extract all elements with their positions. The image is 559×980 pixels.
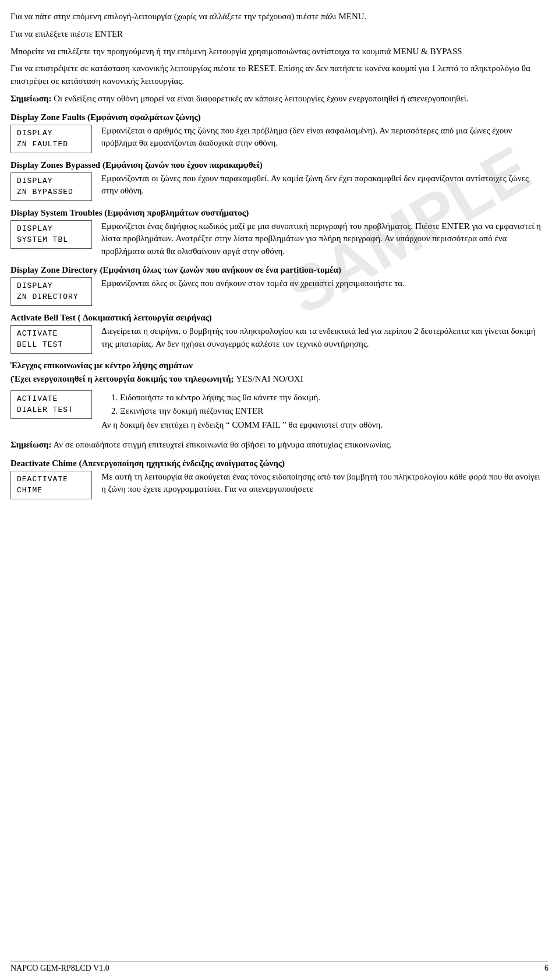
intro-line3: Μπορείτε να επιλέξετε την προηγούμενη ή … [10,45,545,58]
display-zone-directory-section: Display Zone Directory (Εμφάνιση όλως τω… [10,265,545,306]
elegchos-section: Έλεγχος επικοινωνίας με κέντρο λήψης σημ… [10,361,545,432]
intro-note: Σημείωση: Οι ενδείξεις στην οθόνη μπορεί… [10,93,545,105]
footer-right: 6 [544,964,549,973]
deactivate-chime-row: DEACTIVATE CHIME Με αυτή τη λειτουργία θ… [10,471,545,499]
simeiosi2-section: Σημείωση: Αν σε οποιαδήποτε στιγμή επιτε… [10,439,545,452]
elegchos-step2: Ξεκινήστε την δοκιμή πιέζοντας ENTER [120,405,545,418]
activate-bell-test-row: ACTIVATE BELL TEST Διεγείρεται η σειρήνα… [10,325,545,354]
elegchos-row: ACTIVATE DIALER TEST Ειδοποιήστε το κέντ… [10,390,545,432]
display-system-troubles-desc: Εμφανίζεται ένας διψήφιος κωδικός μαζί μ… [101,220,545,258]
display-zone-faults-box: DISPLAY ZN FAULTED [10,125,92,153]
elegchos-step3: Αν η δοκιμή δεν επιτύχει η ένδειξη “ COM… [101,419,545,432]
display-zones-bypassed-desc: Εμφανίζονται οι ζώνες που έχουν παρακαμφ… [101,172,545,198]
display-zones-bypassed-row: DISPLAY ZN BYPASSED Εμφανίζονται οι ζώνε… [10,172,545,201]
deactivate-chime-section: Deactivate Chime (Απενεργοποίηση ηχητική… [10,459,545,499]
display-zone-faults-title: Display Zone Faults (Εμφάνιση σφαλμάτων … [10,112,545,122]
activate-bell-test-box: ACTIVATE BELL TEST [10,325,92,354]
activate-bell-test-desc: Διεγείρεται η σειρήνα, ο βομβητής του πλ… [101,325,545,351]
deactivate-chime-desc: Με αυτή τη λειτουργία θα ακούγεται ένας … [101,471,545,496]
display-zone-faults-desc: Εμφανίζεται ο αριθμός της ζώνης που έχει… [101,125,545,150]
footer-left: NAPCO GEM-RP8LCD V1.0 [10,964,109,973]
intro-block: Για να πάτε στην επόμενη επιλογή-λειτουρ… [10,10,545,105]
display-zone-directory-row: DISPLAY ZN DIRECTORY Εμφανίζονται όλες ο… [10,277,545,306]
simeiosi2-text: Σημείωση: Αν σε οποιαδήποτε στιγμή επιτε… [10,439,545,452]
display-zone-faults-row: DISPLAY ZN FAULTED Εμφανίζεται ο αριθμός… [10,125,545,153]
display-zone-faults-section: Display Zone Faults (Εμφάνιση σφαλμάτων … [10,112,545,153]
display-zones-bypassed-section: Display Zones Bypassed (Εμφάνιση ζωνών π… [10,160,545,201]
intro-line2: Για να επιλέξετε πιέστε ENTER [10,28,545,41]
elegchos-desc: Ειδοποιήστε το κέντρο λήψης πως θα κάνετ… [101,390,545,432]
elegchos-step1: Ειδοποιήστε το κέντρο λήψης πως θα κάνετ… [120,392,545,404]
note-label: Σημείωση: [10,94,52,103]
display-zones-bypassed-title: Display Zones Bypassed (Εμφάνιση ζωνών π… [10,160,545,170]
display-system-troubles-title: Display System Troubles (Εμφάνιση προβλη… [10,208,545,218]
display-zone-directory-title: Display Zone Directory (Εμφάνιση όλως τω… [10,265,545,275]
activate-bell-test-title: Activate Bell Test ( Δοκιμαστική λειτουρ… [10,313,545,323]
display-zone-directory-desc: Εμφανίζονται όλες οι ζώνες που ανήκουν σ… [101,277,545,290]
display-zones-bypassed-box: DISPLAY ZN BYPASSED [10,172,92,201]
display-system-troubles-row: DISPLAY SYSTEM TBL Εμφανίζεται ένας διψή… [10,220,545,258]
deactivate-chime-title: Deactivate Chime (Απενεργοποίηση ηχητική… [10,459,545,468]
footer: NAPCO GEM-RP8LCD V1.0 6 [10,961,549,973]
elegchos-title: Έλεγχος επικοινωνίας με κέντρο λήψης σημ… [10,361,545,371]
elegchos-box: ACTIVATE DIALER TEST [10,390,92,419]
deactivate-chime-box: DEACTIVATE CHIME [10,471,92,499]
intro-line4: Για να επιστρέψετε σε κατάσταση κανονική… [10,62,545,88]
note-text: Οι ενδείξεις στην οθόνη μπορεί να είναι … [52,94,469,103]
display-system-troubles-section: Display System Troubles (Εμφάνιση προβλη… [10,208,545,258]
display-system-troubles-box: DISPLAY SYSTEM TBL [10,220,92,249]
elegchos-subtitle: (Έχει ενεργοποιηθεί η λειτουργία δοκιμής… [10,373,545,386]
activate-bell-test-section: Activate Bell Test ( Δοκιμαστική λειτουρ… [10,313,545,354]
intro-line1: Για να πάτε στην επόμενη επιλογή-λειτουρ… [10,10,545,23]
display-zone-directory-box: DISPLAY ZN DIRECTORY [10,277,92,306]
